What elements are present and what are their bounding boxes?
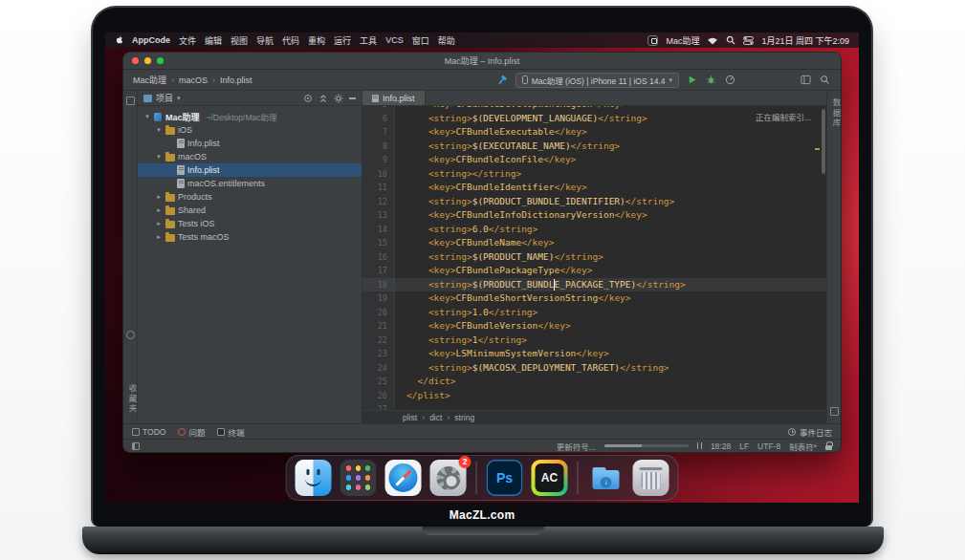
search-icon[interactable] xyxy=(726,35,735,45)
dock-icon-trash[interactable] xyxy=(633,460,669,496)
lock-icon[interactable] xyxy=(825,445,832,450)
editor-tab-info-plist[interactable]: Info.plist xyxy=(362,91,426,105)
menu-item-1[interactable]: 文件 xyxy=(179,34,196,47)
zoom-button[interactable] xyxy=(157,57,164,64)
layout-icon[interactable] xyxy=(800,74,812,86)
hide-panel-icon[interactable] xyxy=(349,97,356,99)
code-line-8[interactable]: 8 <string>$(EXECUTABLE_NAME)</string> xyxy=(362,140,826,154)
path-segment[interactable]: Mac助理 xyxy=(133,74,166,86)
code-line-11[interactable]: 11 <key>CFBundleIdentifier</key> xyxy=(362,181,826,195)
assistant-menu-label[interactable]: Mac助理 xyxy=(666,34,699,47)
code-line-22[interactable]: 22 <string>1</string> xyxy=(362,334,826,348)
path-segment[interactable]: Info.plist xyxy=(220,75,252,85)
tree-item[interactable]: ▸Shared xyxy=(138,204,362,217)
control-center-icon[interactable] xyxy=(743,36,754,45)
dock-icon-finder[interactable] xyxy=(296,460,332,496)
project-tool-icon[interactable] xyxy=(126,97,135,105)
build-hammer-icon[interactable] xyxy=(496,74,509,86)
code-line-26[interactable]: 26</plist> xyxy=(362,389,826,403)
code-line-27[interactable]: 27 xyxy=(362,402,826,410)
menu-item-5[interactable]: 代码 xyxy=(282,34,299,47)
bookmark-tool-icon[interactable] xyxy=(126,331,135,339)
chevron-down-icon[interactable]: ▾ xyxy=(143,113,151,120)
tree-item[interactable]: ▾iOS xyxy=(138,123,362,137)
code-line-15[interactable]: 15 <key>CFBundleName</key> xyxy=(362,236,826,250)
chevron-right-icon[interactable]: ▸ xyxy=(155,220,163,227)
menu-item-10[interactable]: 窗口 xyxy=(412,34,429,47)
code-line-19[interactable]: 19 <key>CFBundleShortVersionString</key> xyxy=(362,291,826,306)
debug-button[interactable] xyxy=(705,74,717,86)
line-separator-indicator[interactable]: LF xyxy=(739,442,749,451)
run-button[interactable] xyxy=(686,74,698,86)
chevron-down-icon[interactable]: ▾ xyxy=(177,95,181,102)
editor-scrollbar[interactable] xyxy=(822,109,825,174)
breadcrumb-segment[interactable]: plist xyxy=(403,413,417,422)
locate-file-icon[interactable] xyxy=(303,94,313,103)
menu-item-4[interactable]: 导航 xyxy=(256,34,274,47)
tool-window-toggle-icon[interactable] xyxy=(132,442,140,450)
chevron-down-icon[interactable]: ▾ xyxy=(155,126,163,134)
code-line-20[interactable]: 20 <string>1.0</string> xyxy=(362,306,826,320)
apple-menu-icon[interactable] xyxy=(115,35,123,46)
code-line-13[interactable]: 13 <key>CFBundleInfoDictionaryVersion</k… xyxy=(362,208,826,223)
code-line-18[interactable]: 18 <string>$(PRODUCT_BUNDLE_PACKAGE_TYPE… xyxy=(362,278,826,292)
menu-item-9[interactable]: VCS xyxy=(385,35,404,45)
chevron-right-icon[interactable]: ▸ xyxy=(155,233,163,241)
tree-item[interactable]: macOS.entitlements xyxy=(138,177,362,190)
dock-icon-appcode[interactable]: AC xyxy=(532,460,568,496)
code-line-7[interactable]: 7 <key>CFBundleExecutable</key> xyxy=(362,125,826,140)
menu-item-2[interactable]: 编辑 xyxy=(205,34,222,47)
menu-clock[interactable]: 1月21日 周四 下午2:09 xyxy=(761,34,849,47)
code-line-16[interactable]: 16 <string>$(PRODUCT_NAME)</string> xyxy=(362,250,826,265)
tool-window-button-2[interactable]: 终端 xyxy=(217,426,244,438)
code-line-23[interactable]: 23 <key>LSMinimumSystemVersion</key> xyxy=(362,347,826,361)
minimize-button[interactable] xyxy=(144,57,151,64)
error-stripe-mark[interactable] xyxy=(815,148,820,150)
caret-position[interactable]: 18:28 xyxy=(711,442,731,451)
assistant-app-icon[interactable] xyxy=(647,35,658,46)
project-panel-title[interactable]: 项目 xyxy=(156,92,173,104)
close-button[interactable] xyxy=(132,57,139,64)
menu-item-7[interactable]: 运行 xyxy=(334,34,351,47)
dock-icon-safari[interactable] xyxy=(385,460,422,496)
tree-item[interactable]: ▸Tests macOS xyxy=(138,230,362,244)
pause-progress-icon[interactable] xyxy=(697,442,702,449)
code-line-14[interactable]: 14 <string>6.0</string> xyxy=(362,223,826,237)
tree-item[interactable]: ▾Mac助理~/Desktop/Mac助理 xyxy=(138,110,362,123)
database-tool-button[interactable]: 数据库 xyxy=(830,98,842,129)
profile-button[interactable] xyxy=(724,74,736,86)
run-configuration-selector[interactable]: Mac助理 (iOS) | iPhone 11 | iOS 14.4 ▾ xyxy=(515,73,679,88)
chevron-right-icon[interactable]: ▸ xyxy=(155,193,163,201)
code-line-9[interactable]: 9 <key>CFBundleIconFile</key> xyxy=(362,153,826,167)
menu-item-0[interactable]: AppCode xyxy=(132,35,170,45)
breadcrumb-segment[interactable]: string xyxy=(454,413,474,422)
event-log-button[interactable]: 事件日志 xyxy=(800,426,832,438)
settings-gear-icon[interactable] xyxy=(334,94,343,103)
code-line-24[interactable]: 24 <string>$(MACOSX_DEPLOYMENT_TARGET)</… xyxy=(362,361,826,376)
tree-item[interactable]: ▸Tests iOS xyxy=(138,217,362,230)
tree-item[interactable]: Info.plist xyxy=(138,163,362,177)
menu-item-8[interactable]: 工具 xyxy=(360,34,377,47)
tree-item[interactable]: ▾macOS xyxy=(138,150,362,163)
search-everywhere-icon[interactable] xyxy=(819,74,831,86)
indent-indicator[interactable]: 制表符* xyxy=(789,441,817,452)
collapse-all-icon[interactable] xyxy=(318,94,328,103)
tree-item[interactable]: ▸Products xyxy=(138,190,362,204)
menu-item-6[interactable]: 重构 xyxy=(308,34,325,47)
encoding-indicator[interactable]: UTF-8 xyxy=(757,442,780,451)
code-line-21[interactable]: 21 <key>CFBundleVersion</key> xyxy=(362,319,826,334)
tool-window-button-1[interactable]: 问题 xyxy=(178,426,205,438)
chevron-down-icon[interactable]: ▾ xyxy=(155,153,163,161)
path-segment[interactable]: macOS xyxy=(179,75,208,85)
favorites-tool-button[interactable]: 收藏夹 xyxy=(126,384,138,415)
menu-item-11[interactable]: 帮助 xyxy=(438,34,455,47)
dock-icon-downloads[interactable]: ↓ xyxy=(588,460,625,496)
dock-icon-photoshop[interactable]: Ps xyxy=(487,460,523,496)
wifi-icon[interactable] xyxy=(707,36,718,45)
dock-icon-system-preferences[interactable]: 2 xyxy=(430,460,467,496)
code-line-25[interactable]: 25 </dict> xyxy=(362,375,826,389)
right-tool-icon[interactable] xyxy=(830,407,839,416)
code-editor[interactable]: 5 <key>CFBundleDevelopmentRegion</key>6 … xyxy=(362,106,826,410)
code-line-10[interactable]: 10 <string></string> xyxy=(362,167,826,182)
menu-item-3[interactable]: 视图 xyxy=(230,34,248,47)
